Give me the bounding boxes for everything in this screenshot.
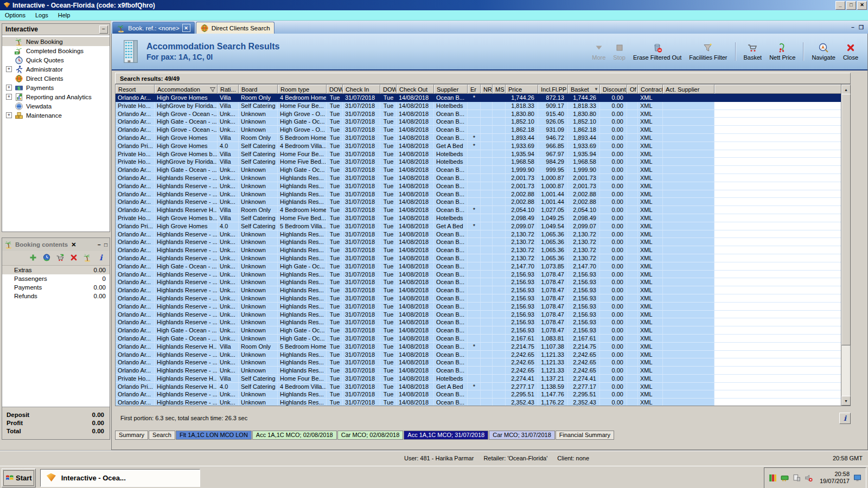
result-row[interactable]: Orlando Ar...Highlands Reserve - ...Unk.… bbox=[116, 174, 850, 182]
sidebar-item-quick-quotes[interactable]: Quick Quotes bbox=[2, 55, 110, 65]
result-row[interactable]: Orlando Ar...Highlands Reserve - ...Unk.… bbox=[116, 271, 850, 279]
scroll-up-icon[interactable]: ▲ bbox=[841, 85, 851, 94]
delete-button[interactable] bbox=[69, 253, 78, 263]
result-row[interactable]: Orlando Ar...High Gate - Ocean - ...Unk.… bbox=[116, 335, 850, 343]
result-row[interactable]: Orlando Ar...High Grove HomesVillaRoom O… bbox=[116, 134, 850, 142]
booking-item-passengers[interactable]: Passengers0 bbox=[2, 274, 110, 283]
column-header-of[interactable]: Of bbox=[627, 85, 638, 94]
result-row[interactable]: Orlando Ar...Highlands Reserve - ...Unk.… bbox=[116, 238, 850, 246]
volume-muted-icon[interactable] bbox=[805, 474, 813, 482]
result-row[interactable]: Orlando Ar...Highlands Reserve - ...Unk.… bbox=[116, 367, 850, 375]
portion-tab-acc-1a-1c-mco-31-07-2018[interactable]: Acc 1A,1C MCO; 31/07/2018 bbox=[404, 431, 488, 440]
result-row[interactable]: Orlando Ar...Highlands Reserve - ...Unk.… bbox=[116, 198, 850, 206]
result-row[interactable]: Orlando Pri...High Grove Homes4.0Self Ca… bbox=[116, 222, 850, 230]
expand-icon[interactable]: + bbox=[6, 94, 12, 100]
network-plug-icon[interactable] bbox=[793, 474, 801, 482]
column-header-dow[interactable]: DOW bbox=[327, 85, 343, 94]
booking-contents-minimize-icon[interactable]: − bbox=[98, 242, 101, 248]
column-header-nr[interactable]: NR bbox=[481, 85, 493, 94]
column-header-dow[interactable]: DOW bbox=[380, 85, 397, 94]
info-button[interactable]: i bbox=[839, 413, 851, 424]
refresh-globe-button[interactable] bbox=[42, 253, 51, 263]
panel-restore-icon[interactable]: ❐ bbox=[859, 24, 864, 30]
result-row[interactable]: Orlando Ar...Highlands Reserve - ...Unk.… bbox=[116, 399, 850, 406]
scroll-down-icon[interactable]: ▼ bbox=[841, 396, 851, 406]
maximize-button[interactable]: □ bbox=[846, 1, 856, 10]
column-header-ms[interactable]: MS bbox=[493, 85, 506, 94]
result-row[interactable]: Orlando Ar...High Gate - Ocean - ...Unk.… bbox=[116, 262, 850, 271]
column-header-check-out[interactable]: Check Out bbox=[397, 85, 434, 94]
result-row[interactable]: Orlando Ar...Highlands Reserve H...Villa… bbox=[116, 206, 850, 214]
sidebar-item-new-booking[interactable]: New Booking bbox=[2, 37, 110, 46]
add-button[interactable] bbox=[29, 253, 37, 263]
column-header-price[interactable]: Price bbox=[506, 85, 538, 94]
minimize-button[interactable]: _ bbox=[835, 1, 845, 10]
result-row[interactable]: Private Ho...Highlands Reserve H...Villa… bbox=[116, 375, 850, 383]
panel-minimize-icon[interactable]: − bbox=[851, 24, 854, 30]
result-row[interactable]: Orlando Ar...Highlands Reserve - ...Unk.… bbox=[116, 318, 850, 326]
column-header-board[interactable]: Board bbox=[239, 85, 278, 94]
vertical-scrollbar[interactable]: ▲ ▼ bbox=[841, 85, 850, 406]
result-row[interactable]: Orlando Ar...Highlands Reserve - ...Unk.… bbox=[116, 182, 850, 190]
antivirus-icon[interactable] bbox=[769, 474, 777, 482]
basket-button[interactable]: Basket bbox=[742, 41, 764, 62]
facilities-filter-button[interactable]: Facilities Filter bbox=[687, 41, 729, 62]
result-row[interactable]: Orlando Ar...High Grove - Ocean -...Unk.… bbox=[116, 110, 850, 118]
portion-tab-car-mco-02-08-2018[interactable]: Car MCO; 02/08/2018 bbox=[337, 431, 404, 440]
menu-options[interactable]: Options bbox=[0, 11, 30, 20]
sidebar-item-viewdata[interactable]: Viewdata bbox=[2, 101, 110, 111]
column-header-resort[interactable]: Resort bbox=[116, 85, 155, 94]
portion-tab-acc-1a-1c-mco-02-08-2018[interactable]: Acc 1A,1C MCO; 02/08/2018 bbox=[252, 431, 337, 440]
close-button[interactable]: Close bbox=[841, 41, 860, 62]
column-header-discount[interactable]: Discount bbox=[600, 85, 627, 94]
sidebar-item-direct-clients[interactable]: Direct Clients bbox=[2, 74, 110, 83]
result-row[interactable]: Orlando Ar...Highlands Reserve - ...Unk.… bbox=[116, 230, 850, 239]
column-header-contract[interactable]: Contract bbox=[638, 85, 663, 94]
booking-item-refunds[interactable]: Refunds0.00 bbox=[2, 292, 110, 300]
column-header-room-type[interactable]: Room type bbox=[278, 85, 327, 94]
sidebar-item-maintenance[interactable]: +Maintenance bbox=[2, 111, 110, 120]
tab-close-icon[interactable]: ✕ bbox=[182, 24, 190, 32]
result-row[interactable]: Orlando Ar...High Gate - Ocean - ...Unk.… bbox=[116, 118, 850, 126]
sidebar-item-completed-bookings[interactable]: Completed Bookings bbox=[2, 46, 110, 55]
result-row[interactable]: Orlando Ar...Highlands Reserve - ...Unk.… bbox=[116, 286, 850, 294]
scrollbar-thumb[interactable] bbox=[841, 94, 851, 345]
portion-tab-car-mco-31-07-2018[interactable]: Car MCO; 31/07/2018 bbox=[489, 431, 555, 440]
column-header-act-supplier[interactable]: Act. Supplier bbox=[663, 85, 714, 94]
sidebar-item-payments[interactable]: +$Payments bbox=[2, 83, 110, 92]
column-header-supplier[interactable]: Supplier bbox=[434, 85, 468, 94]
column-header-rati[interactable]: Rati... bbox=[218, 85, 239, 94]
portion-tab-search[interactable]: Search bbox=[149, 431, 175, 440]
result-row[interactable]: Orlando Pri...Highlands Reserve H...4.0S… bbox=[116, 383, 850, 391]
result-row[interactable]: Orlando Ar...Highlands Reserve - ...Unk.… bbox=[116, 190, 850, 198]
booking-contents-maximize-icon[interactable]: □ bbox=[104, 242, 107, 248]
result-row[interactable]: Orlando Ar...Highlands Reserve H...Villa… bbox=[116, 343, 850, 351]
column-header-basket[interactable]: Basket▼ bbox=[568, 85, 600, 94]
result-row[interactable]: Orlando Ar...Highlands Reserve - ...Unk.… bbox=[116, 358, 850, 367]
result-row[interactable]: Orlando Ar...High Grove HomesVillaRoom O… bbox=[116, 94, 850, 102]
booking-contents-close-icon[interactable]: ✕ bbox=[71, 241, 76, 248]
result-row[interactable]: Orlando Ar...Highlands Reserve - ...Unk.… bbox=[116, 390, 850, 399]
network-card-icon[interactable] bbox=[781, 474, 789, 482]
portion-tab-summary[interactable]: Summary bbox=[115, 431, 148, 440]
result-row[interactable]: Private Ho...High Grove Homes b...VillaS… bbox=[116, 150, 850, 158]
column-header-check-in[interactable]: Check In bbox=[343, 85, 380, 94]
expand-icon[interactable]: + bbox=[6, 66, 12, 72]
navigate-button[interactable]: Navigate bbox=[810, 41, 837, 62]
result-row[interactable]: Orlando Ar...Highlands Reserve - ...Unk.… bbox=[116, 351, 850, 359]
result-row[interactable]: Orlando Ar...Highlands Reserve - ...Unk.… bbox=[116, 278, 850, 286]
collapse-panel-button[interactable]: − bbox=[99, 25, 108, 34]
result-row[interactable]: Orlando Ar...Highlands Reserve - ...Unk.… bbox=[116, 311, 850, 319]
cart-add-button[interactable] bbox=[56, 253, 65, 263]
booking-item-extras[interactable]: Extras0.00 bbox=[2, 266, 110, 274]
menu-help[interactable]: Help bbox=[53, 11, 75, 20]
tab-direct-clients-search[interactable]: Direct Clients Search bbox=[196, 22, 275, 34]
result-row[interactable]: Orlando Ar...Highlands Reserve - ...Unk.… bbox=[116, 294, 850, 303]
column-header-incl-fl-pp[interactable]: Incl.Fl.PP bbox=[538, 85, 568, 94]
booking-item-payments[interactable]: Payments0.00 bbox=[2, 283, 110, 292]
result-row[interactable]: Orlando Ar...High Grove - Ocean -...Unk.… bbox=[116, 126, 850, 134]
start-button[interactable]: Start bbox=[2, 468, 36, 487]
result-row[interactable]: Orlando Ar...High Gate - Ocean - ...Unk.… bbox=[116, 326, 850, 335]
info-button[interactable]: i bbox=[97, 253, 105, 263]
portion-tab-financial-summary[interactable]: Financial Summary bbox=[556, 431, 614, 440]
